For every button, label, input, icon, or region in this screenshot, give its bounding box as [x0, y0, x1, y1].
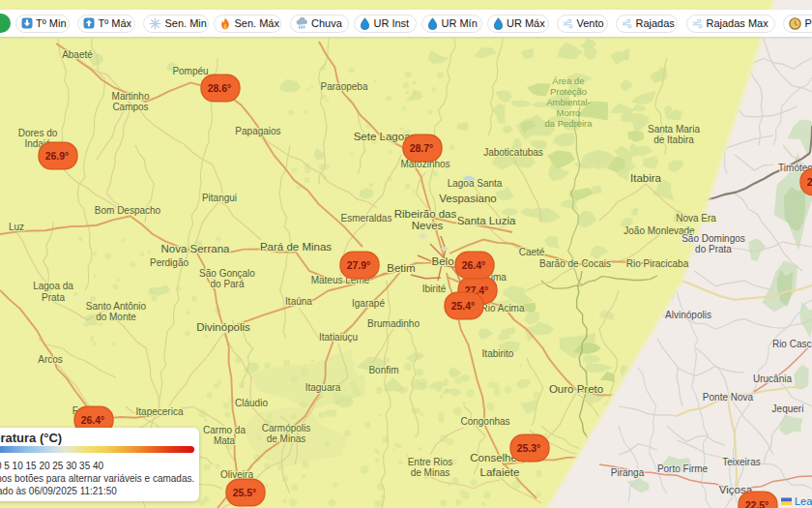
- svg-text:Jequeri: Jequeri: [772, 403, 804, 414]
- svg-text:Igarapé: Igarapé: [352, 298, 385, 309]
- svg-text:Vespasiano: Vespasiano: [439, 193, 496, 204]
- svg-text:Itabirito: Itabirito: [482, 348, 514, 359]
- svg-text:Lafaiete: Lafaiete: [480, 466, 520, 478]
- svg-text:Congonhas: Congonhas: [460, 416, 509, 427]
- svg-text:Perdigão: Perdigão: [150, 257, 188, 268]
- svg-text:25.3°: 25.3°: [517, 442, 541, 454]
- svg-text:Santo Antônio: Santo Antônio: [86, 301, 147, 312]
- svg-text:Oliveira: Oliveira: [220, 469, 253, 480]
- svg-text:Itatiaiuçu: Itatiaiuçu: [319, 332, 358, 343]
- svg-text:28.6°: 28.6°: [208, 82, 232, 94]
- svg-text:São Gonçalo: São Gonçalo: [199, 268, 255, 279]
- svg-text:Nova Serrana: Nova Serrana: [161, 243, 231, 254]
- svg-text:Urucânia: Urucânia: [753, 374, 792, 384]
- svg-text:Martinho: Martinho: [112, 91, 150, 102]
- svg-text:Santa Maria: Santa Maria: [648, 124, 700, 134]
- svg-text:25.5°: 25.5°: [233, 487, 257, 498]
- svg-text:Paraopeba: Paraopeba: [321, 81, 368, 92]
- svg-text:Divinópolis: Divinópolis: [196, 321, 250, 333]
- svg-text:Ribeirão das: Ribeirão das: [394, 208, 457, 220]
- svg-text:Pitangui: Pitangui: [202, 193, 237, 203]
- svg-text:Rio Acima: Rio Acima: [480, 303, 524, 314]
- svg-text:Ibirité: Ibirité: [422, 284, 447, 294]
- svg-text:Jaboticatubas: Jaboticatubas: [483, 147, 543, 158]
- svg-text:Abaeté: Abaeté: [62, 49, 93, 60]
- svg-text:Entre Rios: Entre Rios: [408, 457, 453, 467]
- svg-text:Piranga: Piranga: [611, 467, 645, 478]
- svg-text:Caeté: Caeté: [519, 247, 545, 257]
- svg-text:Itapecerica: Itapecerica: [136, 406, 184, 417]
- svg-text:Porto Firme: Porto Firme: [657, 463, 709, 474]
- svg-text:27.9°: 27.9°: [347, 259, 371, 271]
- svg-text:Ponte Nova: Ponte Nova: [703, 392, 754, 403]
- svg-text:Brumadinho: Brumadinho: [367, 318, 420, 329]
- svg-text:Luz: Luz: [9, 222, 24, 232]
- svg-text:Esmeraldas: Esmeraldas: [341, 213, 392, 224]
- svg-text:Campos: Campos: [112, 102, 148, 112]
- svg-text:da Pedreira: da Pedreira: [544, 118, 593, 129]
- svg-text:26.9°: 26.9°: [45, 150, 70, 162]
- svg-text:Itabira: Itabira: [630, 172, 662, 184]
- svg-text:25.4°: 25.4°: [451, 300, 476, 312]
- svg-text:Pará de Minas: Pará de Minas: [260, 241, 332, 253]
- svg-text:Barão de Cocais: Barão de Cocais: [539, 258, 611, 269]
- svg-text:Rio Piracicaba: Rio Piracicaba: [626, 258, 689, 269]
- svg-text:Rio Casca: Rio Casca: [772, 339, 812, 349]
- svg-text:Proteção: Proteção: [550, 86, 587, 97]
- svg-text:Santa Luzia: Santa Luzia: [457, 215, 516, 226]
- svg-text:Neves: Neves: [412, 220, 444, 231]
- svg-text:Bom Despacho: Bom Despacho: [95, 205, 161, 216]
- svg-text:Mata: Mata: [214, 435, 236, 446]
- svg-text:Teixeiras: Teixeiras: [722, 457, 760, 467]
- svg-text:Lagoa Santa: Lagoa Santa: [448, 178, 503, 189]
- svg-text:26.4°: 26.4°: [462, 259, 486, 271]
- svg-text:Ambiental-: Ambiental-: [546, 97, 590, 107]
- svg-text:Área de: Área de: [552, 75, 584, 86]
- svg-text:Bonfim: Bonfim: [368, 365, 398, 375]
- svg-text:de Minas: de Minas: [267, 433, 306, 444]
- svg-text:São Domingos: São Domingos: [682, 233, 745, 244]
- svg-text:Lagoa da: Lagoa da: [33, 281, 73, 291]
- svg-text:Dores do: Dores do: [18, 128, 58, 138]
- svg-text:Prata: Prata: [42, 292, 65, 303]
- svg-text:do Prata: do Prata: [695, 244, 732, 254]
- svg-text:Carmo da: Carmo da: [203, 425, 246, 435]
- svg-text:22.5°: 22.5°: [745, 499, 769, 508]
- svg-text:28.7°: 28.7°: [410, 142, 434, 154]
- svg-text:Itaguara: Itaguara: [305, 382, 341, 393]
- svg-text:Leaflet: Leaflet: [795, 495, 812, 507]
- svg-text:do Pará: do Pará: [210, 279, 244, 289]
- svg-text:Alvinópolis: Alvinópolis: [665, 310, 711, 320]
- svg-text:do Monte: do Monte: [96, 312, 136, 322]
- svg-text:26.4°: 26.4°: [81, 414, 105, 426]
- svg-text:Carmópolis: Carmópolis: [262, 423, 311, 433]
- svg-text:Ouro Preto: Ouro Preto: [549, 383, 603, 395]
- svg-text:Cláudio: Cláudio: [235, 398, 268, 408]
- svg-text:Arcos: Arcos: [38, 354, 63, 365]
- svg-text:22.9°: 22.9°: [807, 176, 812, 188]
- svg-text:de Minas: de Minas: [411, 467, 450, 478]
- svg-text:Papagaios: Papagaios: [235, 126, 280, 136]
- svg-text:de Itabira: de Itabira: [653, 134, 694, 145]
- svg-text:Itaúna: Itaúna: [285, 296, 312, 307]
- svg-text:Nova Era: Nova Era: [676, 213, 716, 224]
- svg-text:Morro: Morro: [557, 107, 581, 118]
- svg-text:Betim: Betim: [387, 262, 415, 274]
- svg-text:Pompéu: Pompéu: [172, 66, 208, 76]
